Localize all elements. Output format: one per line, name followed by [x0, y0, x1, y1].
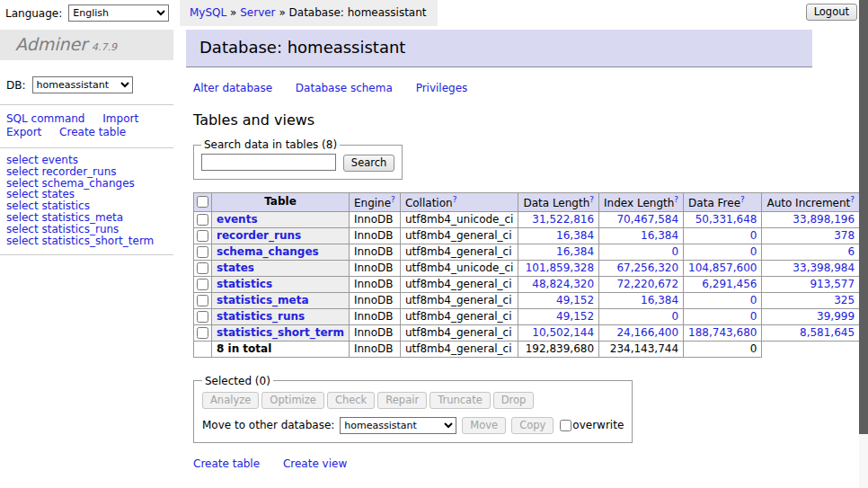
row-checkbox[interactable]: [197, 311, 208, 323]
help-link[interactable]: ?: [850, 195, 855, 204]
analyze-button[interactable]: Analyze: [202, 392, 259, 409]
row-checkbox[interactable]: [197, 279, 208, 290]
breadcrumb-link-mysql[interactable]: MySQL: [190, 6, 226, 19]
data-free-link[interactable]: 188,743,680: [688, 326, 757, 339]
data-length-link[interactable]: 49,152: [523, 310, 594, 323]
move-button[interactable]: Move: [462, 417, 506, 434]
scrollbar-thumb[interactable]: [859, 0, 868, 434]
row-checkbox[interactable]: [197, 246, 208, 258]
data-free-link[interactable]: 0: [688, 229, 757, 242]
data-free-link[interactable]: 0: [688, 294, 757, 306]
help-link[interactable]: ?: [674, 195, 678, 204]
sidebar-table-select-link[interactable]: select recorder_runs: [6, 166, 167, 178]
index-length-link[interactable]: 24,166,400: [604, 326, 678, 339]
check-button[interactable]: Check: [327, 392, 375, 409]
auto-increment-link[interactable]: 378: [766, 229, 855, 242]
sidebar-table-select-link[interactable]: select events: [6, 155, 167, 166]
data-length-link[interactable]: 48,824,320: [523, 278, 594, 290]
table-row: statesInnoDButf8mb4_unicode_ci101,859,32…: [194, 260, 868, 276]
data-free-link[interactable]: 50,331,648: [688, 213, 757, 226]
sidebar-link-export[interactable]: Export: [6, 126, 41, 138]
sidebar-table-select-link[interactable]: select statistics_meta: [6, 212, 167, 224]
auto-increment-link[interactable]: 6: [766, 245, 855, 258]
selected-legend: Selected (0): [202, 375, 273, 387]
table-name-link[interactable]: events: [217, 213, 258, 226]
tables-and-views-title: Tables and views: [193, 111, 812, 129]
copy-button[interactable]: Copy: [511, 417, 554, 434]
sidebar-link-import[interactable]: Import: [102, 112, 138, 125]
breadcrumb-link-server[interactable]: Server: [240, 6, 275, 19]
index-length-link[interactable]: 0: [604, 245, 678, 258]
data-length-link[interactable]: 10,502,144: [523, 326, 594, 339]
auto-increment-link[interactable]: 33,898,196: [766, 213, 855, 226]
table-cell: utf8mb4_general_ci: [400, 324, 518, 341]
language-select[interactable]: English: [68, 4, 169, 22]
language-row: Language: English: [5, 4, 169, 22]
auto-increment-link[interactable]: 8,581,645: [766, 326, 855, 339]
row-checkbox[interactable]: [197, 230, 208, 242]
data-free-link[interactable]: 0: [688, 245, 757, 258]
table-name-link[interactable]: statistics_short_term: [217, 326, 344, 339]
search-input[interactable]: [201, 154, 336, 171]
create-view-link[interactable]: Create view: [283, 457, 347, 470]
table-name-link[interactable]: statistics: [217, 278, 272, 290]
repair-button[interactable]: Repair: [377, 392, 427, 409]
data-length-link[interactable]: 101,859,328: [523, 262, 594, 274]
data-length-link[interactable]: 49,152: [523, 294, 594, 306]
optimize-button[interactable]: Optimize: [261, 392, 324, 409]
move-db-select[interactable]: homeassistant: [340, 417, 456, 434]
table-name-link[interactable]: schema_changes: [217, 245, 319, 258]
help-link[interactable]: ?: [391, 195, 395, 204]
sidebar-table-select-link[interactable]: select statistics_runs: [6, 224, 167, 235]
data-length-link[interactable]: 16,384: [523, 245, 594, 258]
table-name-link[interactable]: statistics_runs: [217, 310, 305, 323]
help-link[interactable]: ?: [589, 195, 594, 204]
table-row: statistics_runsInnoDButf8mb4_general_ci4…: [194, 308, 868, 324]
help-link[interactable]: ?: [740, 195, 745, 204]
table-name-link[interactable]: states: [217, 262, 254, 274]
column-header: Auto Increment?: [762, 192, 860, 211]
privileges-link[interactable]: Privileges: [416, 82, 468, 94]
select-all-checkbox[interactable]: [197, 196, 208, 208]
table-cell: utf8mb4_general_ci: [400, 292, 518, 308]
index-length-link[interactable]: 16,384: [604, 229, 678, 242]
row-checkbox[interactable]: [197, 214, 208, 226]
truncate-button[interactable]: Truncate: [430, 392, 491, 409]
db-select[interactable]: homeassistant: [32, 76, 133, 93]
sidebar-link-sql-command[interactable]: SQL command: [6, 112, 84, 125]
row-checkbox[interactable]: [197, 295, 208, 306]
data-length-link[interactable]: 31,522,816: [523, 213, 594, 226]
auto-increment-link[interactable]: 325: [766, 294, 855, 306]
data-length-link[interactable]: 16,384: [523, 229, 594, 242]
database-schema-link[interactable]: Database schema: [296, 82, 393, 94]
auto-increment-link[interactable]: 39,999: [766, 310, 855, 323]
data-free-link[interactable]: 6,291,456: [688, 278, 757, 290]
database-links: Alter database Database schema Privilege…: [193, 82, 812, 94]
row-checkbox[interactable]: [197, 262, 208, 274]
breadcrumb-current: Database: homeassistant: [289, 6, 427, 19]
auto-increment-link[interactable]: 913,577: [766, 278, 855, 290]
table-cell: InnoDB: [349, 276, 400, 292]
index-length-link[interactable]: 72,220,672: [604, 278, 678, 290]
db-selector-row: DB: homeassistant: [0, 67, 173, 105]
sidebar-table-select-link[interactable]: select statistics_short_term: [6, 235, 167, 247]
index-length-link[interactable]: 67,256,320: [604, 262, 678, 274]
help-link[interactable]: ?: [453, 195, 457, 204]
index-length-link[interactable]: 16,384: [604, 294, 678, 306]
sidebar-link-create-table[interactable]: Create table: [59, 126, 126, 138]
create-table-link[interactable]: Create table: [193, 457, 260, 470]
data-free-link[interactable]: 104,857,600: [688, 262, 757, 274]
auto-increment-link[interactable]: 33,398,984: [766, 262, 855, 274]
alter-database-link[interactable]: Alter database: [193, 82, 272, 94]
index-length-link[interactable]: 70,467,584: [604, 213, 678, 226]
row-checkbox[interactable]: [197, 327, 208, 339]
data-free-link[interactable]: 0: [688, 310, 757, 323]
table-name-link[interactable]: recorder_runs: [217, 229, 301, 242]
index-length-link[interactable]: 0: [604, 310, 678, 323]
overwrite-checkbox[interactable]: [560, 420, 571, 431]
search-button[interactable]: Search: [343, 155, 395, 172]
logout-button[interactable]: Logout: [806, 4, 857, 21]
table-row: statisticsInnoDButf8mb4_general_ci48,824…: [194, 276, 868, 292]
drop-button[interactable]: Drop: [493, 392, 535, 409]
table-name-link[interactable]: statistics_meta: [217, 294, 309, 306]
